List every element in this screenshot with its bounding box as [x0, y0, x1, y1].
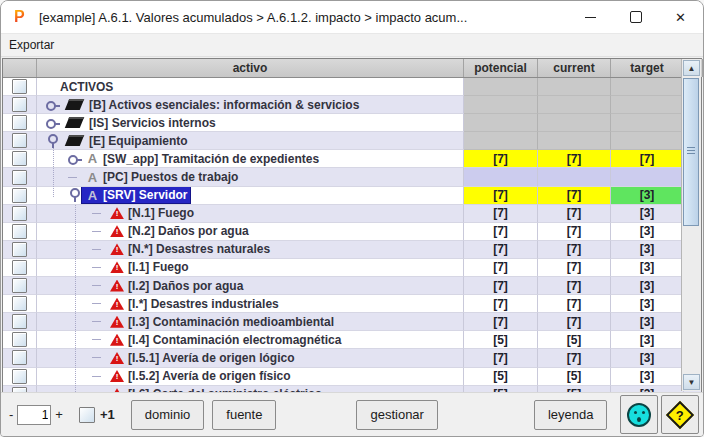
target-cell[interactable] — [611, 168, 684, 186]
potencial-cell[interactable] — [464, 96, 538, 114]
table-row[interactable]: ![I.4] Contaminación electromagnética[5]… — [3, 331, 701, 349]
spinner-plus-button[interactable]: + — [55, 407, 63, 422]
target-column-header[interactable]: target — [611, 59, 684, 77]
help-button[interactable]: ? — [661, 395, 699, 434]
tree-node[interactable]: A[SW_app] Tramitación de expedientes — [82, 151, 322, 167]
current-cell[interactable]: [7] — [538, 187, 611, 205]
tree-node[interactable]: ![I.2] Daños por agua — [106, 278, 246, 294]
potencial-cell[interactable]: [7] — [464, 295, 538, 313]
table-row[interactable]: ![I.5.1] Avería de origen lógico[7][7][3… — [3, 349, 701, 367]
potencial-cell[interactable]: [5] — [464, 331, 538, 349]
spinner-value-input[interactable] — [17, 405, 51, 425]
target-cell[interactable]: [7] — [611, 150, 684, 168]
plus1-checkbox[interactable] — [79, 407, 95, 423]
activo-column-header[interactable]: activo — [37, 59, 464, 77]
row-checkbox[interactable] — [12, 206, 27, 221]
target-cell[interactable] — [611, 96, 684, 114]
scroll-up-button[interactable]: ▲ — [683, 60, 700, 76]
table-row[interactable]: ![N.1] Fuego[7][7][3] — [3, 205, 701, 223]
target-cell[interactable] — [611, 132, 684, 150]
collapse-handle-icon[interactable] — [68, 188, 82, 202]
row-checkbox[interactable] — [12, 115, 27, 130]
current-cell[interactable]: [7] — [538, 205, 611, 223]
leyenda-button[interactable]: leyenda — [534, 400, 608, 430]
tree-node[interactable]: [E] Equipamiento — [60, 133, 191, 149]
table-row[interactable]: A[SW_app] Tramitación de expedientes[7][… — [3, 150, 701, 168]
target-cell[interactable] — [611, 114, 684, 132]
spinner-minus-button[interactable]: - — [9, 407, 13, 422]
potencial-cell[interactable] — [464, 114, 538, 132]
row-checkbox[interactable] — [12, 224, 27, 239]
tree-node[interactable]: A[SRV] Servidor — [82, 187, 190, 203]
expand-handle-icon[interactable] — [68, 152, 82, 166]
potencial-cell[interactable]: [7] — [464, 349, 538, 367]
potencial-cell[interactable] — [464, 78, 538, 96]
row-checkbox[interactable] — [12, 332, 27, 347]
potencial-cell[interactable]: [7] — [464, 313, 538, 331]
mood-button[interactable] — [620, 395, 658, 434]
tree-node[interactable]: ![N.1] Fuego — [106, 205, 197, 221]
table-row[interactable]: [B] Activos esenciales: información & se… — [3, 96, 701, 114]
dominio-button[interactable]: dominio — [131, 400, 205, 430]
tree-node[interactable]: ![N.*] Desastres naturales — [106, 241, 273, 257]
potencial-cell[interactable]: [7] — [464, 241, 538, 259]
target-cell[interactable]: [3] — [611, 349, 684, 367]
potencial-cell[interactable] — [464, 132, 538, 150]
potencial-cell[interactable] — [464, 168, 538, 186]
target-cell[interactable]: [3] — [611, 205, 684, 223]
potencial-cell[interactable]: [7] — [464, 277, 538, 295]
current-cell[interactable] — [538, 114, 611, 132]
row-checkbox[interactable] — [12, 369, 27, 384]
tree-node[interactable]: ![I.4] Contaminación electromagnética — [106, 332, 344, 348]
expand-handle-icon[interactable] — [46, 116, 60, 130]
target-cell[interactable]: [3] — [611, 295, 684, 313]
target-cell[interactable] — [611, 78, 684, 96]
row-checkbox[interactable] — [12, 242, 27, 257]
current-cell[interactable] — [538, 96, 611, 114]
table-row[interactable]: ![I.3] Contaminación medioambiental[7][7… — [3, 313, 701, 331]
tree-node[interactable]: ![I.3] Contaminación medioambiental — [106, 314, 337, 330]
tree-node[interactable]: ACTIVOS — [55, 79, 116, 95]
maximize-button[interactable] — [613, 1, 658, 33]
target-cell[interactable]: [3] — [611, 223, 684, 241]
row-checkbox[interactable] — [12, 350, 27, 365]
current-cell[interactable]: [7] — [538, 150, 611, 168]
table-row[interactable]: [E] Equipamiento — [3, 132, 701, 150]
collapse-handle-icon[interactable] — [46, 134, 60, 148]
tree-node[interactable]: [IS] Servicios internos — [60, 115, 219, 131]
current-cell[interactable]: [7] — [538, 313, 611, 331]
potencial-cell[interactable]: [7] — [464, 150, 538, 168]
scroll-down-button[interactable]: ▼ — [683, 374, 700, 390]
current-cell[interactable]: [7] — [538, 259, 611, 277]
row-checkbox[interactable] — [12, 314, 27, 329]
target-cell[interactable]: [3] — [611, 277, 684, 295]
current-cell[interactable]: [7] — [538, 295, 611, 313]
potencial-cell[interactable]: [7] — [464, 187, 538, 205]
potencial-cell[interactable]: [7] — [464, 205, 538, 223]
potencial-cell[interactable]: [7] — [464, 223, 538, 241]
current-cell[interactable]: [5] — [538, 331, 611, 349]
table-row[interactable]: ![N.*] Desastres naturales[7][7][3] — [3, 241, 701, 259]
current-cell[interactable] — [538, 78, 611, 96]
tree-node[interactable]: ![I.5.2] Avería de origen físico — [106, 368, 294, 384]
table-row[interactable]: ![I.5.2] Avería de origen físico[5][5][3… — [3, 368, 701, 386]
vertical-scrollbar[interactable]: ▲ ▼ — [681, 59, 701, 391]
row-checkbox[interactable] — [12, 260, 27, 275]
tree-node[interactable]: ![N.2] Daños por agua — [106, 223, 252, 239]
current-column-header[interactable]: current — [538, 59, 611, 77]
checkbox-column-header[interactable] — [3, 59, 37, 77]
target-cell[interactable]: [3] — [611, 331, 684, 349]
scrollbar-thumb[interactable] — [683, 78, 699, 226]
tree-node[interactable]: ![I.*] Desastres industriales — [106, 296, 282, 312]
target-cell[interactable]: [3] — [611, 187, 684, 205]
tree-node[interactable]: A[PC] Puestos de trabajo — [82, 169, 241, 185]
current-cell[interactable]: [7] — [538, 241, 611, 259]
current-cell[interactable]: [7] — [538, 277, 611, 295]
close-button[interactable]: ✕ — [658, 1, 703, 33]
potencial-cell[interactable]: [7] — [464, 259, 538, 277]
potencial-column-header[interactable]: potencial — [464, 59, 538, 77]
current-cell[interactable]: [7] — [538, 349, 611, 367]
tree-node[interactable]: ![I.5.1] Avería de origen lógico — [106, 350, 297, 366]
gestionar-button[interactable]: gestionar — [356, 400, 437, 430]
target-cell[interactable]: [3] — [611, 259, 684, 277]
